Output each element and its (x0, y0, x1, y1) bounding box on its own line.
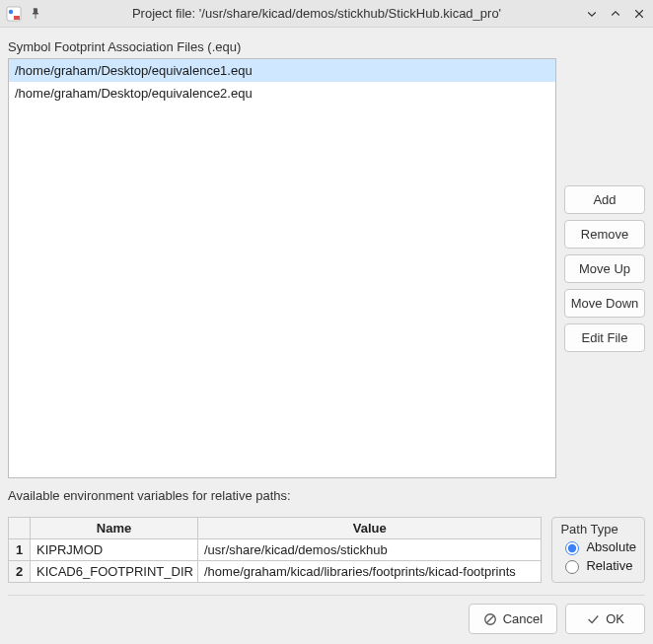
ok-label: OK (606, 611, 624, 626)
cancel-label: Cancel (503, 611, 543, 626)
env-variables-table: Name Value 1 KIPRJMOD /usr/share/kicad/d… (8, 517, 542, 583)
add-button[interactable]: Add (564, 185, 645, 214)
list-item[interactable]: /home/graham/Desktop/equivalence1.equ (9, 59, 555, 82)
equ-files-list[interactable]: /home/graham/Desktop/equivalence1.equ /h… (8, 58, 556, 478)
maximize-button[interactable] (608, 6, 623, 22)
env-value-cell[interactable]: /home/graham/kicad/libraries/footprints/… (198, 561, 542, 583)
window-controls (584, 6, 647, 22)
row-number: 2 (9, 561, 31, 583)
check-icon (586, 612, 600, 626)
table-row[interactable]: 2 KICAD6_FOOTPRINT_DIR /home/graham/kica… (9, 561, 542, 583)
env-name-cell[interactable]: KIPRJMOD (31, 539, 198, 561)
svg-point-1 (9, 9, 13, 13)
files-section-label: Symbol Footprint Association Files (.equ… (8, 39, 645, 54)
move-up-button[interactable]: Move Up (564, 254, 645, 283)
absolute-radio[interactable] (565, 541, 579, 555)
cancel-button[interactable]: Cancel (469, 604, 557, 634)
path-type-absolute[interactable]: Absolute (560, 538, 636, 555)
absolute-label: Absolute (586, 539, 636, 554)
list-item[interactable]: /home/graham/Desktop/equivalence2.equ (9, 82, 555, 105)
row-number: 1 (9, 539, 31, 561)
dialog-buttons: Cancel OK (8, 604, 645, 644)
pin-icon[interactable] (28, 6, 43, 22)
table-header-row: Name Value (9, 518, 542, 539)
path-type-relative[interactable]: Relative (560, 557, 636, 574)
ok-button[interactable]: OK (565, 604, 645, 634)
relative-label: Relative (586, 558, 632, 573)
env-name-cell[interactable]: KICAD6_FOOTPRINT_DIR (31, 561, 198, 583)
env-row: Name Value 1 KIPRJMOD /usr/share/kicad/d… (8, 517, 645, 583)
minimize-button[interactable] (584, 6, 600, 22)
svg-line-3 (486, 615, 493, 622)
header-name: Name (31, 518, 198, 539)
path-type-legend: Path Type (560, 522, 636, 537)
env-value-cell[interactable]: /usr/share/kicad/demos/stickhub (198, 539, 542, 561)
file-action-buttons: Add Remove Move Up Move Down Edit File (564, 58, 645, 478)
move-down-button[interactable]: Move Down (564, 289, 645, 318)
remove-button[interactable]: Remove (564, 220, 645, 249)
table-row[interactable]: 1 KIPRJMOD /usr/share/kicad/demos/stickh… (9, 539, 542, 561)
separator (8, 595, 645, 596)
close-button[interactable] (631, 6, 647, 22)
relative-radio[interactable] (565, 560, 579, 574)
path-type-group: Path Type Absolute Relative (551, 517, 645, 583)
titlebar: Project file: '/usr/share/kicad/demos/st… (0, 0, 653, 28)
header-value: Value (198, 518, 542, 539)
cancel-icon (483, 612, 497, 626)
dialog-content: Symbol Footprint Association Files (.equ… (0, 28, 653, 644)
env-section-label: Available environment variables for rela… (8, 488, 645, 503)
env-table-wrap: Name Value 1 KIPRJMOD /usr/share/kicad/d… (8, 517, 542, 583)
header-corner (9, 518, 31, 539)
edit-file-button[interactable]: Edit File (564, 323, 645, 352)
app-icon (6, 6, 22, 22)
window-title: Project file: '/usr/share/kicad/demos/st… (49, 6, 584, 21)
files-row: /home/graham/Desktop/equivalence1.equ /h… (8, 58, 645, 478)
